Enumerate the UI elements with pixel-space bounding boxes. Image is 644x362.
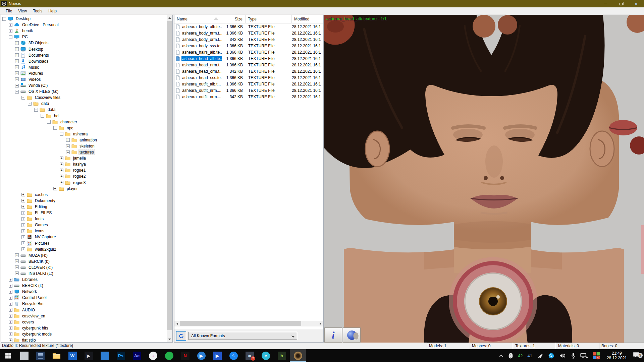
itunes-icon[interactable]: ♪ [145,349,161,362]
tree-item-fl-files[interactable]: +FL FILES [1,210,167,216]
tree-item-instalki-l[interactable]: +INSTALKI (L:) [1,270,167,277]
expand-icon[interactable]: + [9,326,12,330]
expand-icon[interactable]: + [66,150,70,154]
messenger-icon[interactable]: ϟ [225,349,241,362]
expand-icon[interactable]: + [60,163,63,166]
file-row-asheara-head-sss-te[interactable]: asheara_head_sss.te...1 366 KBTEXTURE Fi… [174,74,323,81]
close-button[interactable]: × [629,0,644,7]
expand-icon[interactable]: + [15,265,19,269]
calculator-icon[interactable] [32,349,48,362]
file-row-asheara-hairs-alb-te[interactable]: asheara_hairs_alb.te...1 366 KBTEXTURE F… [174,49,323,55]
column-header-name[interactable]: Name [174,15,222,23]
expand-icon[interactable]: + [9,284,12,288]
noesis-taskbar-icon[interactable] [290,349,306,362]
gpu-temp-blue[interactable]: 41 [525,349,534,362]
tree-item-bercik[interactable]: +bercik [1,28,167,34]
title-bar[interactable]: Noesis × [0,0,644,7]
expand-icon[interactable]: + [15,71,19,75]
taskbar-clock[interactable]: 21:49 28.12.2021 [604,351,630,360]
tree-item-libraries[interactable]: +Libraries [1,277,167,283]
file-row-asheara-body-orm-t[interactable]: asheara_body_orm.t...342 KBTEXTURE File2… [174,36,323,43]
after-effects-icon[interactable]: Ae [129,349,145,362]
file-row-asheara-body-nrm-t[interactable]: asheara_body_nrm.t...1 366 KBTEXTURE Fil… [174,30,323,36]
tree-item-games[interactable]: +Games [1,222,167,228]
tree-item-cascview-files[interactable]: −Cascview files [1,95,167,101]
hscrollbar-thumb[interactable] [180,321,301,326]
refresh-button[interactable] [176,331,186,341]
file-list-hscrollbar[interactable] [174,321,323,326]
expand-icon[interactable]: + [21,193,25,196]
expand-icon[interactable]: + [15,65,19,69]
file-row-asheara-outfit-nrm[interactable]: asheara_outfit_nrm....1 366 KBTEXTURE Fi… [174,87,323,94]
tree-item-fiat-stilo[interactable]: +fiat stilo [1,337,167,342]
expand-icon[interactable]: + [9,339,12,342]
tree-item-pictures[interactable]: +Pictures [1,70,167,76]
expand-icon[interactable]: + [66,138,70,142]
photoshop-icon[interactable]: Ps [113,349,129,362]
expand-icon[interactable]: + [15,272,19,275]
minimize-button[interactable] [598,0,613,7]
potplayer-icon[interactable]: ▶ [193,349,209,362]
tree-item-bercik-i[interactable]: +BERCIK (I:) [1,283,167,289]
expand-icon[interactable]: + [9,314,12,318]
tree-item-cyberpunk-hits[interactable]: +cyberpunk hits [1,325,167,331]
file-row-asheara-outfit-orm[interactable]: asheara_outfit_orm....342 KBTEXTURE File… [174,94,323,100]
tree-item-player[interactable]: +player [1,186,167,192]
file-row-asheara-body-sss-te[interactable]: asheara_body_sss.te...1 366 KBTEXTURE Fi… [174,43,323,49]
edge-icon[interactable]: e [258,349,274,362]
tree-item-onedrive-personal[interactable]: +OneDrive - Personal [1,22,167,28]
tree-item-nv-capture[interactable]: +NV Capture [1,234,167,240]
expand-icon[interactable]: + [9,302,12,306]
mouse-tray-icon[interactable] [506,349,516,362]
word-icon[interactable]: W [64,349,80,362]
expand-icon[interactable]: + [9,296,12,300]
collapse-icon[interactable]: − [41,114,44,118]
tree-item-desktop[interactable]: −Desktop [1,16,167,22]
expand-icon[interactable]: + [21,199,25,202]
sync-error-icon[interactable] [590,349,602,362]
expand-icon[interactable]: + [9,308,12,312]
tree-item-pc[interactable]: −PC [1,34,167,40]
netflix-icon[interactable]: N [177,349,193,362]
microphone-icon[interactable] [569,349,578,362]
expand-icon[interactable]: + [21,217,25,221]
tree-item-jamella[interactable]: +jamella [1,155,167,161]
tree-item-audio[interactable]: +AUDIO [1,307,167,313]
noesis-logo-button[interactable] [343,327,361,343]
expand-icon[interactable]: + [66,144,70,148]
expand-icon[interactable]: + [15,41,19,45]
app-green-icon[interactable] [161,349,177,362]
hidden-icons-chevron-icon[interactable] [497,349,506,362]
menu-file[interactable]: File [3,8,15,14]
expand-icon[interactable]: + [60,181,63,184]
expand-icon[interactable]: + [15,84,19,87]
player-blue-icon[interactable]: ▶ [209,349,225,362]
expand-icon[interactable]: + [9,290,12,294]
media-player-dark-icon[interactable]: ▶ [80,349,97,362]
tree-item-hd[interactable]: −hd [1,113,167,119]
scroll-left-icon[interactable] [174,321,180,326]
tree-item-character[interactable]: −character [1,119,167,125]
expand-icon[interactable]: + [60,157,63,160]
tree-item-textures[interactable]: +textures [1,149,167,155]
file-explorer-icon[interactable] [48,349,64,362]
collapse-icon[interactable]: − [60,132,63,136]
expand-icon[interactable]: + [15,259,19,263]
tree-scrollbar-thumb[interactable] [167,21,172,330]
tree-item-icons[interactable]: +icons [1,228,167,234]
format-dropdown[interactable]: All Known Formats [189,332,297,340]
column-header-size[interactable]: Size [222,15,246,23]
expand-icon[interactable]: + [9,278,12,282]
tree-item-network[interactable]: +Network [1,289,167,295]
tree-item-rogue3[interactable]: +rogue3 [1,180,167,186]
collapse-icon[interactable]: − [47,120,51,124]
app-dark-green-icon[interactable]: b [274,349,290,362]
scroll-down-icon[interactable] [167,337,172,342]
collapse-icon[interactable]: − [9,35,12,39]
collapse-icon[interactable]: − [53,126,57,130]
file-row-asheara-head-orm-t[interactable]: asheara_head_orm.t...342 KBTEXTURE File2… [174,68,323,74]
tree-item-fonts[interactable]: +fonts [1,216,167,222]
expand-icon[interactable]: + [21,223,25,227]
expand-icon[interactable]: + [21,205,25,208]
start-button[interactable] [0,349,16,362]
